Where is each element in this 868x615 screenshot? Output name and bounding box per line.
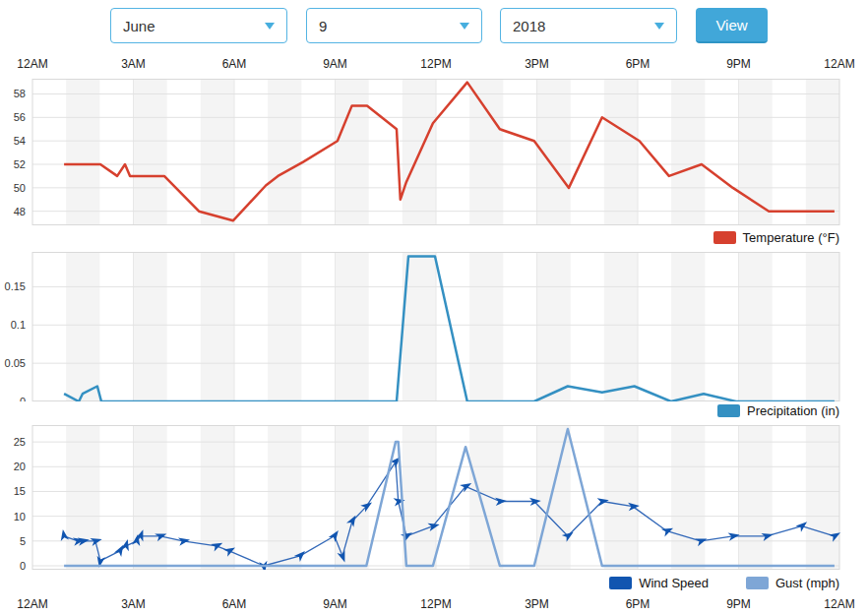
wind-speed-legend-swatch [609, 577, 632, 589]
weather-history-page: June 9 2018 View 12AM3AM6AM9AM12PM3PM6PM… [0, 0, 868, 615]
time-tick-label: 3AM [94, 57, 173, 71]
series-line [64, 83, 835, 221]
y-axis-tick-label: 54 [14, 135, 26, 147]
y-axis-tick-label: 58 [14, 88, 26, 99]
time-tick-label: 12AM [800, 597, 868, 611]
series-line [64, 256, 835, 401]
y-axis-tick-label: 15 [14, 485, 26, 497]
precipitation-chart: 0.150.10.050 [0, 252, 868, 401]
y-axis-tick-label: 0 [20, 560, 26, 570]
y-axis-tick-label: 48 [14, 206, 26, 217]
time-tick-label: 12AM [800, 57, 868, 71]
temperature-chart: 485052545658 [0, 79, 868, 225]
time-tick-label: 12AM [0, 57, 72, 71]
y-axis-tick-label: 52 [14, 158, 26, 170]
year-dropdown-value: 2018 [513, 18, 545, 34]
wind-chart: 2520151050 [0, 425, 868, 570]
wind-legend: Wind Speed Gust (mph) [609, 576, 839, 590]
temperature-legend-label: Temperature (°F) [743, 230, 839, 245]
time-tick-label: 6PM [598, 597, 677, 611]
y-axis-tick-label: 0.1 [11, 319, 26, 331]
temperature-legend: Temperature (°F) [713, 230, 839, 245]
time-axis-bottom: 12AM3AM6AM9AM12PM3PM6PM9PM12AM [0, 597, 868, 613]
month-dropdown[interactable]: June [110, 8, 287, 43]
day-dropdown-value: 9 [319, 18, 327, 34]
dropdown-caret-icon [265, 23, 275, 30]
dropdown-caret-icon [654, 23, 664, 30]
y-axis-tick-label: 0.15 [5, 280, 26, 292]
view-button[interactable]: View [696, 8, 768, 43]
month-dropdown-value: June [123, 18, 155, 34]
precipitation-legend-label: Precipitation (in) [747, 403, 839, 418]
time-tick-label: 9AM [296, 597, 375, 611]
y-axis-tick-label: 0 [20, 396, 26, 401]
time-tick-label: 12PM [397, 597, 475, 611]
y-axis-tick-label: 56 [14, 111, 26, 123]
time-tick-label: 9PM [700, 57, 778, 71]
time-axis-top: 12AM3AM6AM9AM12PM3PM6PM9PM12AM [0, 57, 868, 73]
y-axis-tick-label: 0.05 [5, 357, 26, 369]
y-axis-tick-label: 25 [14, 436, 26, 448]
time-tick-label: 6AM [195, 597, 274, 611]
time-tick-label: 3PM [498, 597, 577, 611]
precipitation-legend: Precipitation (in) [717, 403, 839, 418]
day-dropdown[interactable]: 9 [306, 8, 482, 43]
time-tick-label: 6PM [598, 57, 677, 71]
gust-legend-swatch [746, 577, 769, 589]
y-axis-tick-label: 50 [14, 182, 26, 194]
y-axis-tick-label: 5 [20, 535, 26, 547]
time-tick-label: 9AM [296, 57, 375, 71]
time-tick-label: 6AM [195, 57, 274, 71]
dropdown-caret-icon [460, 23, 469, 30]
series-line [64, 429, 835, 566]
year-dropdown[interactable]: 2018 [500, 8, 677, 43]
series-line [64, 461, 835, 566]
precipitation-legend-swatch [717, 404, 740, 417]
gust-legend-label: Gust (mph) [775, 576, 839, 590]
time-tick-label: 3PM [498, 57, 577, 71]
y-axis-tick-label: 20 [14, 461, 26, 472]
wind-speed-legend-label: Wind Speed [639, 576, 709, 590]
time-tick-label: 9PM [700, 597, 778, 611]
time-tick-label: 12AM [0, 597, 72, 611]
temperature-legend-swatch [713, 231, 736, 244]
time-tick-label: 3AM [94, 597, 173, 611]
time-tick-label: 12PM [397, 57, 475, 71]
y-axis-tick-label: 10 [14, 511, 26, 523]
